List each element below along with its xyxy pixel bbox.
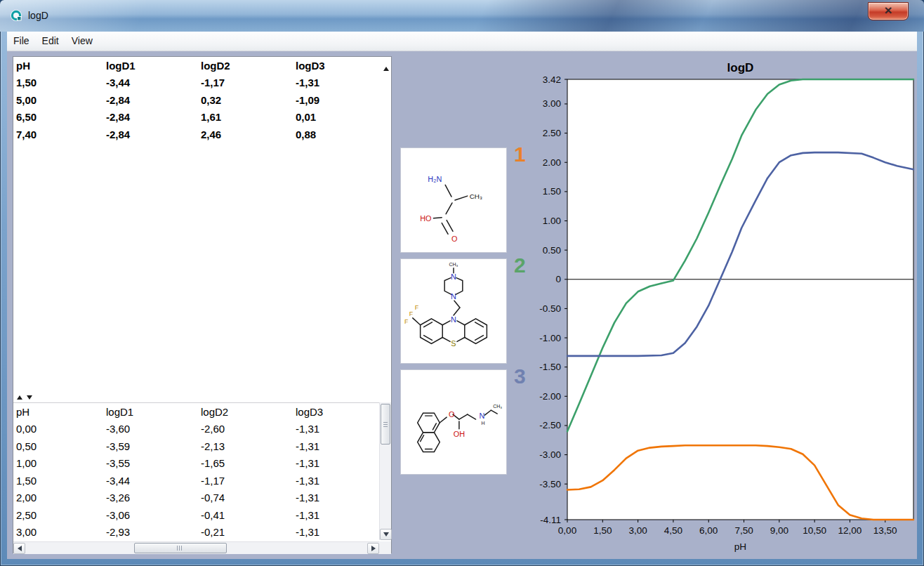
bottom-table-pane: pHlogD1logD2logD30,00-3,60-2,60-1,310,50… (13, 402, 391, 540)
table-cell: -1,31 (293, 526, 388, 538)
svg-text:0.50: 0.50 (543, 245, 561, 256)
svg-text:3,00: 3,00 (628, 525, 647, 536)
table-row[interactable]: 1,00-3,55-1,65-1,31 (13, 455, 391, 473)
svg-text:3.00: 3.00 (543, 98, 561, 109)
table-cell: 2,46 (198, 129, 293, 140)
table-row[interactable]: 5,00-2,840,32-1,09 (13, 91, 391, 109)
app-icon (10, 9, 22, 22)
table-header-row: pHlogD1logD2logD3 (13, 403, 391, 421)
thumb-grip (383, 422, 388, 428)
svg-text:-3.00: -3.00 (539, 449, 561, 460)
structure-2-thumbnail[interactable]: N S N N CH₃ F F F (400, 258, 507, 364)
menu-file[interactable]: File (7, 32, 36, 51)
scrollbar-corner (379, 541, 391, 554)
table-cell: -1,65 (198, 457, 293, 469)
table-row[interactable]: 0,00-3,60-2,60-1,31 (13, 421, 391, 438)
table-panel: pHlogD1logD2logD31,50-3,44-1,17-1,315,00… (13, 56, 392, 553)
titlebar: logD × (0, 0, 924, 32)
window-title: logD (28, 10, 48, 21)
table-cell: -1,31 (293, 509, 388, 521)
svg-text:6,00: 6,00 (699, 525, 718, 536)
vertical-scroll-thumb[interactable] (381, 404, 390, 445)
svg-text:OH: OH (454, 430, 465, 438)
table-cell: -1,31 (293, 423, 388, 435)
svg-text:2.00: 2.00 (543, 157, 561, 168)
horizontal-scrollbar[interactable] (13, 541, 379, 554)
logd-chart: logD3.423.002.502.001.501.000.500-0.50-1… (520, 58, 917, 554)
scroll-up-icon[interactable] (383, 61, 389, 74)
column-header: logD1 (103, 406, 198, 418)
structure-1-thumbnail[interactable]: H₂N CH₃ HO O (400, 147, 507, 253)
svg-text:-0.50: -0.50 (539, 303, 561, 314)
table-row[interactable]: 2,50-3,06-0,41-1,31 (13, 506, 391, 524)
table-cell: -2,84 (103, 129, 198, 140)
svg-text:CH₃: CH₃ (493, 404, 502, 409)
close-button[interactable]: × (868, 2, 909, 20)
table-cell: -1,31 (293, 492, 388, 504)
svg-text:N: N (451, 315, 456, 324)
table-cell: 0,50 (13, 440, 103, 452)
table-row[interactable]: 1,50-3,44-1,17-1,31 (13, 472, 391, 489)
structure-1-image: H₂N CH₃ HO O (401, 148, 506, 252)
table-cell: -2,84 (103, 94, 198, 106)
table-cell: 1,00 (13, 457, 103, 469)
svg-text:logD: logD (727, 61, 754, 74)
column-header: logD2 (198, 60, 293, 72)
svg-text:H₂N: H₂N (428, 175, 442, 183)
menu-view[interactable]: View (65, 32, 99, 51)
table-cell: 1,50 (13, 77, 103, 88)
column-header: logD1 (103, 60, 198, 72)
svg-text:N: N (451, 272, 456, 281)
splitter-up-icon (17, 395, 22, 400)
table-cell: 0,32 (198, 94, 293, 106)
table-cell: -1,17 (198, 475, 293, 487)
table-row[interactable]: 6,50-2,841,610,01 (13, 109, 391, 126)
structure-3-thumbnail[interactable]: O OH N H CH₃ (400, 369, 507, 475)
logd-table-top: pHlogD1logD2logD31,50-3,44-1,17-1,315,00… (13, 57, 391, 143)
horizontal-scroll-thumb[interactable] (134, 543, 227, 553)
svg-text:-2.00: -2.00 (539, 391, 561, 402)
table-cell: -2,60 (198, 423, 293, 435)
table-cell: 3,00 (13, 526, 103, 538)
svg-text:O: O (449, 410, 454, 419)
table-cell: 1,61 (198, 111, 293, 123)
close-icon: × (884, 4, 892, 17)
svg-text:HO: HO (420, 214, 431, 223)
menu-edit[interactable]: Edit (36, 32, 65, 51)
svg-text:F: F (409, 310, 414, 317)
svg-text:7,50: 7,50 (734, 525, 753, 536)
structure-2-image: N S N N CH₃ F F F (401, 259, 506, 363)
column-header: logD2 (198, 406, 293, 418)
structure-3-image: O OH N H CH₃ (401, 370, 506, 474)
titlebar-glass-streak (0, 0, 924, 32)
table-cell: 6,50 (13, 111, 103, 123)
table-cell: 1,50 (13, 475, 103, 487)
svg-text:N: N (451, 292, 456, 301)
table-row[interactable]: 7,40-2,842,460,88 (13, 126, 391, 143)
table-cell: 0,01 (293, 111, 388, 123)
svg-text:-1.50: -1.50 (539, 362, 561, 372)
svg-text:-3.50: -3.50 (539, 479, 561, 489)
column-header: pH (13, 406, 103, 418)
vertical-scrollbar[interactable] (379, 402, 391, 540)
table-cell: -2,84 (103, 111, 198, 123)
svg-text:10,50: 10,50 (803, 525, 826, 536)
table-row[interactable]: 1,50-3,44-1,17-1,31 (13, 74, 391, 92)
table-cell: -2,93 (103, 526, 198, 538)
scroll-right-button[interactable] (367, 543, 379, 554)
table-cell: -1,09 (293, 94, 388, 106)
svg-text:CH₃: CH₃ (470, 192, 482, 200)
svg-text:4,50: 4,50 (664, 525, 682, 536)
svg-text:13,50: 13,50 (873, 525, 897, 536)
scroll-down-button[interactable] (380, 529, 392, 540)
table-cell: -3,44 (103, 77, 198, 88)
chart-panel: H₂N CH₃ HO O 1 (393, 51, 917, 559)
table-row[interactable]: 2,00-3,26-0,74-1,31 (13, 489, 391, 507)
table-row[interactable]: 3,00-2,93-0,21-1,31 (13, 524, 391, 541)
svg-text:1.50: 1.50 (543, 186, 561, 197)
pane-splitter[interactable] (13, 393, 379, 402)
svg-text:-1.00: -1.00 (539, 333, 561, 343)
table-cell: -1,31 (293, 77, 388, 88)
scroll-left-button[interactable] (13, 543, 25, 554)
table-row[interactable]: 0,50-3,59-2,13-1,31 (13, 437, 391, 455)
